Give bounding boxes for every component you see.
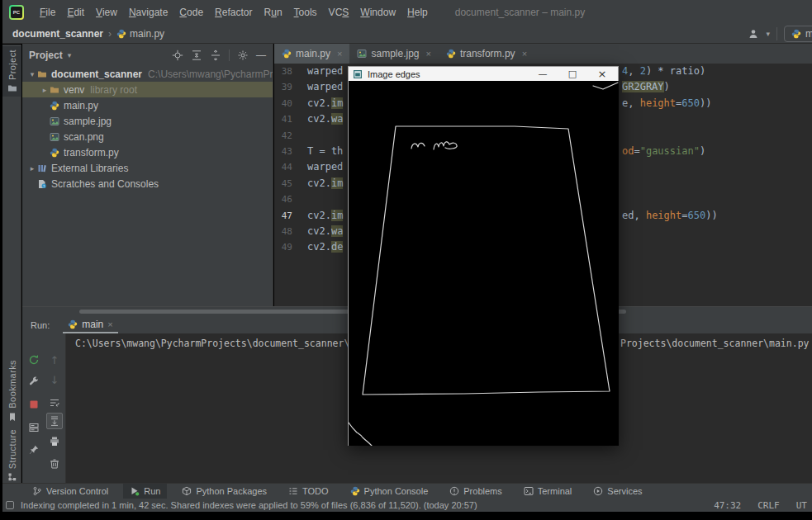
caret-position[interactable]: 47:32 <box>714 500 741 511</box>
status-bar-right: 47:32 CRLF UT <box>714 500 807 511</box>
close-icon[interactable]: × <box>107 319 112 329</box>
image-window-titlebar[interactable]: Image edges — □ × <box>349 67 618 81</box>
image-icon <box>357 49 367 59</box>
run-tab-label: main <box>82 319 103 330</box>
menu-help[interactable]: Help <box>401 5 434 20</box>
breadcrumb-project[interactable]: document_scanner <box>12 28 103 40</box>
python-icon <box>282 49 292 59</box>
maximize-button[interactable]: □ <box>560 67 585 81</box>
tree-item-scan-png[interactable]: scan.png <box>22 129 273 144</box>
menu-tools[interactable]: Tools <box>288 5 323 20</box>
console-output-left: C:\Users\mwang\PycharmProjects\document_… <box>75 338 349 349</box>
tab-main-py[interactable]: main.py× <box>274 44 349 64</box>
locate-icon[interactable] <box>172 50 183 61</box>
tool-button-terminal[interactable]: Terminal <box>524 484 572 499</box>
menu-navigate[interactable]: Navigate <box>123 5 173 20</box>
chevron-right-icon[interactable]: ▸ <box>27 164 37 173</box>
tree-item-document-scanner[interactable]: ▾document_scannerC:\Users\mwang\PycharmP… <box>22 66 273 82</box>
line-ending[interactable]: CRLF <box>757 500 780 511</box>
menu-file[interactable]: File <box>34 5 61 20</box>
menu-run[interactable]: Run <box>259 5 288 20</box>
run-tab-main[interactable]: main × <box>63 316 117 333</box>
chevron-right-icon[interactable]: ▸ <box>40 86 50 94</box>
opencv-window-icon <box>353 69 363 79</box>
user-icon[interactable] <box>748 28 759 40</box>
arrow-down-glyph: ↓ <box>50 374 59 386</box>
menu-code[interactable]: Code <box>173 5 209 20</box>
stripe-button-project[interactable]: Project <box>2 46 21 97</box>
tool-button-python-packages[interactable]: Python Packages <box>182 484 267 499</box>
line-number: 45 <box>274 176 292 191</box>
gear-icon[interactable] <box>237 50 249 61</box>
trash-icon <box>49 458 60 470</box>
tool-button-version-control[interactable]: Version Control <box>32 484 108 499</box>
softwrap-icon[interactable] <box>46 395 63 411</box>
tree-item-scratches-and-consoles[interactable]: Scratches and Consoles <box>22 176 273 191</box>
tool-button-problems[interactable]: Problems <box>449 484 501 499</box>
code-fragment-left: cv2.im <box>307 208 343 224</box>
chevron-down-icon[interactable]: ▾ <box>27 70 37 78</box>
line-number: 41 <box>274 111 292 127</box>
chevron-down-icon[interactable]: ▾ <box>68 51 72 59</box>
tab-transform-py[interactable]: transform.py× <box>439 44 534 64</box>
layout-icon[interactable] <box>26 419 42 436</box>
tree-item-transform-py[interactable]: transform.py <box>22 144 273 160</box>
menu-window[interactable]: Window <box>354 5 401 20</box>
project-panel-header: Project ▾ — <box>22 44 273 66</box>
run-label: Run: <box>31 320 50 330</box>
problems-icon <box>449 486 459 496</box>
code-fragment-left: warped <box>307 64 343 79</box>
tool-button-label: Problems <box>463 486 501 496</box>
services-icon <box>593 486 603 496</box>
stop-icon <box>28 399 40 410</box>
scrollend-icon[interactable] <box>46 413 63 429</box>
background-tasks-icon[interactable] <box>6 501 14 509</box>
run-configuration-chip[interactable]: m <box>784 26 812 42</box>
print-icon[interactable] <box>46 433 63 450</box>
tree-item-external-libraries[interactable]: ▸External Libraries <box>22 160 273 176</box>
tree-item-sample-jpg[interactable]: sample.jpg <box>22 113 273 129</box>
expand-all-icon[interactable] <box>210 50 221 61</box>
trash-icon[interactable] <box>46 456 63 472</box>
breadcrumb-file[interactable]: main.py <box>130 28 164 40</box>
close-icon[interactable]: × <box>337 49 342 59</box>
tree-item-venv[interactable]: ▸venvlibrary root <box>22 82 273 97</box>
pin-icon <box>28 444 40 456</box>
tree-item-name: scan.png <box>64 131 104 143</box>
stripe-button-bookmarks[interactable]: Bookmarks <box>2 357 21 425</box>
tree-item-name: External Libraries <box>51 163 128 174</box>
stop-icon[interactable] <box>26 396 42 413</box>
menu-vcs[interactable]: VCS <box>323 5 355 20</box>
minimize-button[interactable]: — <box>530 67 555 81</box>
rerun-icon[interactable] <box>26 352 42 368</box>
arrow-up-icon[interactable]: ↑ <box>46 352 63 368</box>
tool-button-run[interactable]: Run <box>123 484 167 499</box>
close-icon[interactable]: × <box>426 49 431 59</box>
menu-refactor[interactable]: Refactor <box>209 5 258 20</box>
window-title: document_scanner – main.py <box>455 7 585 18</box>
close-icon[interactable]: × <box>522 49 527 59</box>
tab-sample-jpg[interactable]: sample.jpg× <box>349 44 438 64</box>
arrow-down-icon[interactable]: ↓ <box>46 371 63 388</box>
pin-icon[interactable] <box>26 442 42 458</box>
menu-view[interactable]: View <box>90 5 123 20</box>
wrench-icon[interactable] <box>26 373 42 390</box>
scribble-2 <box>434 142 457 149</box>
tool-button-todo[interactable]: TODO <box>288 484 329 499</box>
collapse-all-icon[interactable] <box>191 50 202 61</box>
tool-button-services[interactable]: Services <box>593 484 642 499</box>
close-button[interactable]: × <box>590 67 615 81</box>
image-edges-window[interactable]: Image edges — □ × <box>348 66 619 446</box>
stripe-button-structure[interactable]: Structure <box>2 426 21 485</box>
menu-edit[interactable]: Edit <box>61 5 90 20</box>
code-fragment-right: 4, 2) * ratio) <box>622 64 705 79</box>
tool-button-python-console[interactable]: Python Console <box>350 484 429 499</box>
hide-panel-icon[interactable]: — <box>256 51 266 59</box>
line-number: 49 <box>274 239 292 255</box>
tree-item-main-py[interactable]: main.py <box>22 97 273 113</box>
chevron-down-icon[interactable]: ▾ <box>766 30 770 38</box>
pycharm-logo-icon[interactable]: PC <box>9 5 24 20</box>
status-message: Indexing completed in 1 min, 42 sec. Sha… <box>21 500 477 510</box>
encoding[interactable]: UT <box>796 500 807 511</box>
project-panel-title[interactable]: Project <box>29 50 63 61</box>
